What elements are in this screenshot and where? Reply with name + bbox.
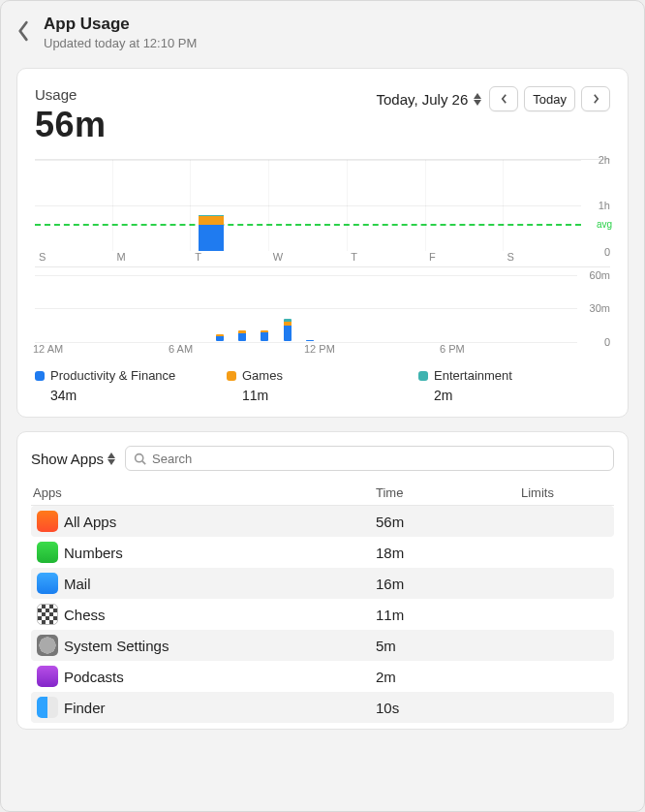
usage-card: Usage 56m Today, July 26 Today: [16, 68, 629, 418]
table-row[interactable]: All Apps56m: [31, 506, 614, 537]
header: App Usage Updated today at 12:10 PM: [16, 15, 629, 50]
app-usage-window: App Usage Updated today at 12:10 PM Usag…: [0, 0, 645, 812]
table-header: Apps Time Limits: [31, 481, 614, 506]
app-time: 10s: [376, 700, 521, 716]
app-name: Mail: [64, 576, 376, 592]
app-icon: [37, 697, 58, 718]
table-row[interactable]: Mail16m: [31, 568, 614, 599]
svg-marker-2: [108, 453, 115, 458]
app-time: 5m: [376, 638, 521, 654]
app-time: 11m: [376, 607, 521, 623]
app-time: 18m: [376, 545, 521, 561]
weekly-usage-chart: 2h 1h 0 avg SMTWTFS: [35, 159, 610, 267]
app-icon: [37, 666, 58, 687]
app-name: Podcasts: [64, 669, 376, 685]
app-name: System Settings: [64, 638, 376, 654]
back-button[interactable]: [16, 20, 30, 46]
swatch-productivity: [35, 371, 45, 381]
usage-total: 56m: [35, 105, 107, 145]
page-title: App Usage: [44, 15, 197, 34]
svg-marker-1: [474, 100, 481, 106]
date-picker[interactable]: Today, July 26: [377, 91, 482, 108]
prev-day-button[interactable]: [489, 86, 518, 111]
col-limits: Limits: [521, 485, 614, 500]
table-row[interactable]: System Settings5m: [31, 630, 614, 661]
app-name: All Apps: [64, 514, 376, 530]
swatch-games: [227, 371, 236, 381]
app-name: Chess: [64, 607, 376, 623]
svg-line-5: [142, 460, 145, 463]
app-icon: [37, 573, 58, 594]
table-row[interactable]: Podcasts2m: [31, 661, 614, 692]
games-time: 11m: [242, 388, 418, 403]
apps-card: Show Apps Apps Time Limits All Apps56mNu…: [16, 431, 629, 730]
entertainment-time: 2m: [434, 388, 610, 403]
apps-table-body: All Apps56mNumbers18mMail16mChess11mSyst…: [31, 506, 614, 723]
search-field[interactable]: [125, 446, 614, 471]
search-input[interactable]: [152, 452, 605, 466]
date-label: Today, July 26: [377, 91, 469, 108]
show-apps-dropdown[interactable]: Show Apps: [31, 451, 115, 467]
app-icon: [37, 635, 58, 656]
stepper-icon: [474, 93, 481, 106]
app-icon: [37, 542, 58, 563]
app-icon: [37, 511, 58, 532]
col-time: Time: [376, 485, 521, 500]
app-time: 16m: [376, 576, 521, 592]
next-day-button[interactable]: [581, 86, 610, 111]
avg-label: avg: [597, 219, 612, 230]
legend: Productivity & Finance 34m Games 11m Ent…: [35, 368, 610, 403]
table-row[interactable]: Finder10s: [31, 692, 614, 723]
table-row[interactable]: Chess11m: [31, 599, 614, 630]
app-time: 2m: [376, 669, 521, 685]
usage-label: Usage: [35, 86, 107, 103]
stepper-icon: [108, 453, 115, 465]
svg-point-4: [136, 453, 143, 461]
app-time: 56m: [376, 514, 521, 530]
col-apps: Apps: [31, 485, 376, 500]
app-icon: [37, 604, 58, 625]
hourly-usage-chart: 60m 30m 0 12 AM6 AM12 PM6 PM: [35, 275, 610, 359]
table-row[interactable]: Numbers18m: [31, 537, 614, 568]
app-name: Numbers: [64, 545, 376, 561]
updated-label: Updated today at 12:10 PM: [44, 36, 197, 50]
productivity-time: 34m: [50, 388, 227, 403]
svg-marker-3: [108, 459, 115, 465]
swatch-entertainment: [418, 371, 428, 381]
svg-marker-0: [474, 93, 481, 99]
today-button[interactable]: Today: [524, 86, 575, 111]
app-name: Finder: [64, 700, 376, 716]
search-icon: [134, 453, 146, 465]
